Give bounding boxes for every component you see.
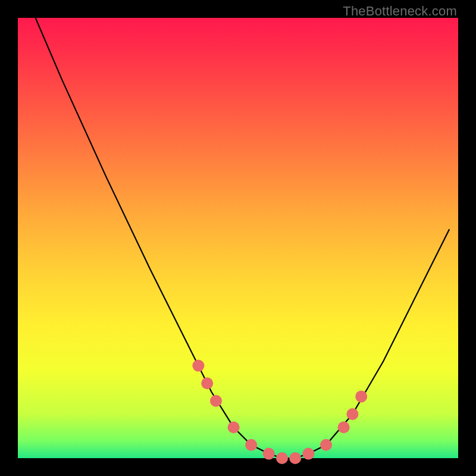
curve-marker: [192, 360, 204, 372]
curve-marker: [338, 421, 350, 433]
curve-marker: [320, 439, 332, 451]
chart-svg: [18, 18, 458, 458]
curve-marker: [210, 395, 222, 407]
curve-marker: [276, 452, 288, 464]
curve-marker: [302, 448, 314, 460]
bottleneck-curve: [36, 18, 450, 458]
curve-marker: [355, 390, 367, 402]
curve-marker: [346, 408, 358, 420]
curve-markers: [192, 360, 367, 464]
curve-marker: [289, 452, 301, 464]
curve-marker: [245, 439, 257, 451]
curve-marker: [228, 421, 240, 433]
curve-marker: [201, 377, 213, 389]
watermark-text: TheBottleneck.com: [343, 4, 457, 19]
chart-frame: TheBottleneck.com: [0, 0, 476, 476]
curve-marker: [263, 448, 275, 460]
